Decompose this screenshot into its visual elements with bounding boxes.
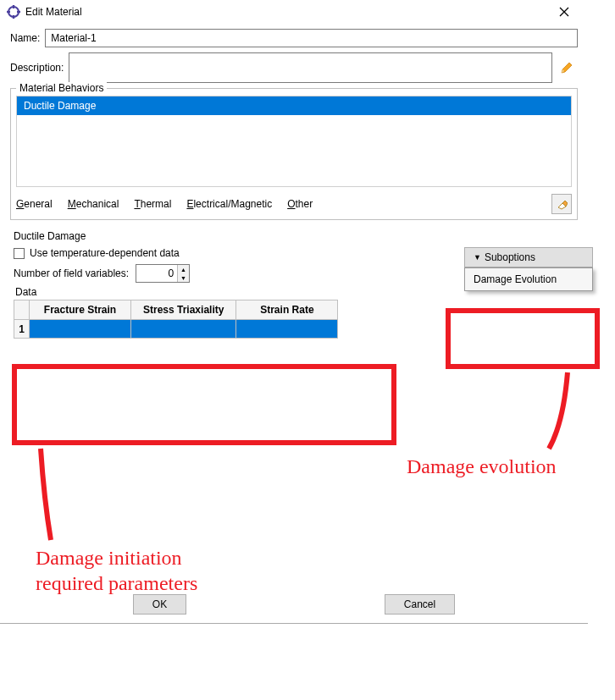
- cell-stress-triaxiality[interactable]: [131, 320, 236, 339]
- cell-strain-rate[interactable]: [236, 320, 338, 339]
- suboptions-button[interactable]: ▼ Suboptions: [464, 247, 593, 267]
- ductile-heading: Ductile Damage: [14, 230, 578, 242]
- rowheader-blank: [14, 300, 30, 320]
- dialog-title: Edit Material: [25, 6, 547, 18]
- titlebar: Edit Material: [0, 0, 588, 24]
- temp-checkbox-label: Use temperature-dependent data: [30, 247, 180, 259]
- description-input[interactable]: [69, 52, 552, 83]
- pencil-icon: [559, 60, 574, 75]
- svg-rect-2: [13, 15, 14, 19]
- menu-electrical[interactable]: Electrical/Magnetic: [186, 198, 272, 210]
- fieldvars-input[interactable]: [136, 265, 177, 282]
- col-strain-rate[interactable]: Strain Rate: [236, 300, 338, 320]
- eraser-icon: [556, 198, 568, 210]
- suboptions-menu: Damage Evolution: [464, 267, 593, 291]
- row-number: 1: [14, 320, 30, 339]
- svg-rect-4: [17, 11, 20, 13]
- menu-mechanical[interactable]: Mechanical: [68, 198, 119, 210]
- menu-item-damage-evolution[interactable]: Damage Evolution: [465, 268, 592, 290]
- menu-general[interactable]: General: [16, 198, 53, 210]
- delete-behavior-button[interactable]: [551, 194, 572, 214]
- material-behaviors-group: Material Behaviors Ductile Damage Genera…: [10, 88, 578, 220]
- cancel-button[interactable]: Cancel: [385, 594, 455, 615]
- svg-rect-3: [7, 11, 10, 13]
- data-table: Fracture Strain Stress Triaxiality Strai…: [14, 300, 338, 339]
- dialog-window: Edit Material Name: Description: Materia…: [0, 0, 588, 624]
- close-button[interactable]: [547, 2, 581, 22]
- temp-checkbox[interactable]: [14, 248, 25, 259]
- ductile-section: Ductile Damage Use temperature-dependent…: [10, 230, 578, 576]
- col-stress-triaxiality[interactable]: Stress Triaxiality: [131, 300, 236, 320]
- name-label: Name:: [10, 32, 40, 44]
- dialog-buttons: OK Cancel: [0, 586, 588, 623]
- fieldvars-label: Number of field variables:: [14, 267, 129, 279]
- material-behaviors-legend: Material Behaviors: [16, 82, 107, 94]
- edit-description-button[interactable]: [556, 57, 578, 79]
- material-behaviors-list[interactable]: Ductile Damage: [16, 96, 572, 187]
- behavior-item-ductile-damage[interactable]: Ductile Damage: [17, 96, 571, 115]
- fieldvars-down[interactable]: ▼: [178, 273, 189, 282]
- description-row: Description:: [10, 52, 578, 83]
- ok-button[interactable]: OK: [133, 594, 186, 615]
- fieldvars-up[interactable]: ▲: [178, 265, 189, 273]
- col-fracture-strain[interactable]: Fracture Strain: [30, 300, 131, 320]
- suboptions-label: Suboptions: [485, 251, 535, 263]
- name-input[interactable]: [45, 29, 578, 47]
- data-grid-section: Data Fracture Strain Stress Triaxiality …: [14, 286, 574, 339]
- table-row: 1: [14, 320, 338, 339]
- suboptions-area: ▼ Suboptions Damage Evolution: [464, 247, 593, 291]
- menu-other[interactable]: Other: [287, 198, 313, 210]
- app-icon: [7, 5, 20, 19]
- name-row: Name:: [10, 29, 578, 47]
- fieldvars-spinner[interactable]: ▲ ▼: [136, 264, 190, 283]
- cell-fracture-strain[interactable]: [30, 320, 131, 339]
- svg-rect-1: [13, 5, 14, 8]
- behavior-menubar: General Mechanical Thermal Electrical/Ma…: [16, 194, 572, 214]
- description-label: Description:: [10, 62, 64, 74]
- dialog-content: Name: Description: Material Behaviors Du…: [0, 24, 588, 586]
- menu-thermal[interactable]: Thermal: [134, 198, 171, 210]
- triangle-down-icon: ▼: [474, 253, 481, 262]
